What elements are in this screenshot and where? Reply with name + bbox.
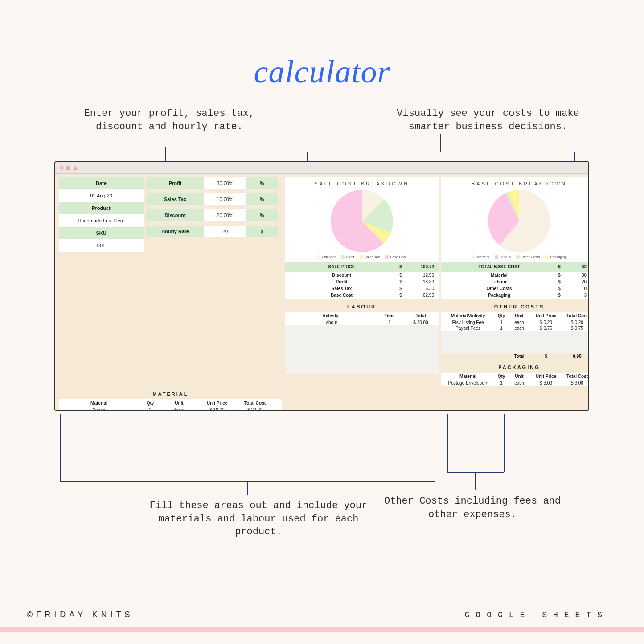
window-triangle-icon bbox=[73, 166, 78, 170]
param-name: Hourly Rate bbox=[146, 226, 204, 237]
leader-line bbox=[504, 414, 505, 472]
other-costs-block: OTHER COSTS Material/ActivityQtyUnitUnit… bbox=[441, 301, 589, 359]
material-row[interactable]: Yarn ▾2skeins$ 10.00$ 20.00 bbox=[59, 407, 282, 411]
total-row: Labour$20.00 bbox=[441, 279, 589, 285]
base-legend: MaterialLabourOther CostsPackaging bbox=[441, 253, 589, 262]
param-value[interactable]: 30.00% bbox=[204, 177, 246, 189]
labour-row[interactable]: Labour1$ 20.00 bbox=[285, 320, 439, 325]
date-cell[interactable]: 01 Aug 23 bbox=[59, 189, 144, 202]
legend-item: Profit bbox=[341, 255, 354, 259]
legend-item: Labour bbox=[495, 255, 511, 259]
packaging-row[interactable]: Postage Envelope ▾1each$ 3.00$ 3.00 bbox=[441, 380, 589, 386]
params-column: Profit30.00%%Sales Tax10.00%%Discount20.… bbox=[146, 177, 282, 386]
sale-chart-title: SALE COST BREAKDOWN bbox=[285, 177, 439, 188]
total-row: Other Costs$0.95 bbox=[441, 285, 589, 292]
legend-item: Other Costs bbox=[516, 255, 540, 259]
footer-platform: GOOGLE SHEETS bbox=[465, 611, 608, 619]
legend-item: Material bbox=[472, 255, 489, 259]
sale-legend: DiscountProfitSales TaxBase Cost bbox=[285, 253, 439, 262]
sku-cell[interactable]: 001 bbox=[59, 239, 144, 252]
product-cell[interactable]: Handmade Item Here bbox=[59, 214, 144, 227]
param-unit: % bbox=[246, 177, 278, 189]
param-name: Discount bbox=[146, 209, 204, 221]
base-chart-title: BASE COST BREAKDOWN bbox=[441, 177, 589, 188]
spreadsheet-window: Date 01 Aug 23 Product Handmade Item Her… bbox=[54, 161, 589, 411]
total-row: Profit$18.89 bbox=[285, 279, 439, 285]
param-unit: % bbox=[246, 209, 278, 221]
sale-price-value: 100.72 bbox=[407, 264, 434, 269]
window-square-icon bbox=[66, 166, 70, 170]
sale-pie-chart bbox=[331, 190, 393, 252]
sale-price-label: SALE PRICE bbox=[289, 264, 394, 269]
leader-line bbox=[435, 414, 435, 481]
material-block: MATERIAL MaterialQtyUnitUnit PriceTotal … bbox=[59, 389, 282, 411]
page-title: calculator bbox=[0, 0, 644, 90]
base-column: BASE COST BREAKDOWN MaterialLabourOther … bbox=[441, 177, 589, 386]
leader-line bbox=[447, 414, 448, 472]
footer-brand: ©FRIDAY KNITS bbox=[27, 610, 134, 619]
annotation-other-costs: Other Costs including fees and other exp… bbox=[383, 495, 562, 521]
product-label: Product bbox=[59, 202, 144, 214]
annotation-charts: Visually see your costs to make smarter … bbox=[390, 107, 586, 133]
total-row: Sales Tax$6.30 bbox=[285, 285, 439, 292]
currency-label: $ bbox=[394, 264, 407, 269]
base-cost-value: 62.95 bbox=[566, 264, 589, 269]
other-costs-title: OTHER COSTS bbox=[441, 301, 589, 312]
legend-item: Base Cost bbox=[385, 255, 406, 259]
labour-block: LABOUR ActivityTimeTotal Labour1$ 20.00 bbox=[285, 301, 439, 374]
legend-item: Discount bbox=[317, 255, 336, 259]
param-value[interactable]: 20 bbox=[204, 226, 246, 237]
sku-label: SKU bbox=[59, 227, 144, 239]
currency-label: $ bbox=[553, 264, 566, 269]
annotation-materials: Fill these areas out and include your ma… bbox=[134, 499, 383, 539]
param-unit: $ bbox=[246, 226, 278, 237]
param-value[interactable]: 10.00% bbox=[204, 193, 246, 205]
sale-totals: SALE PRICE$100.72 Discount$12.59Profit$1… bbox=[285, 262, 439, 299]
base-cost-label: TOTAL BASE COST bbox=[446, 264, 553, 269]
leader-line bbox=[247, 481, 248, 495]
sale-column: SALE COST BREAKDOWN DiscountProfitSales … bbox=[285, 177, 439, 386]
window-dot-icon bbox=[60, 166, 64, 170]
packaging-block: PACKAGING MaterialQtyUnitUnit PriceTotal… bbox=[441, 362, 589, 386]
spreadsheet-body: Date 01 Aug 23 Product Handmade Item Her… bbox=[55, 174, 588, 410]
legend-item: Sales Tax bbox=[360, 255, 380, 259]
material-title: MATERIAL bbox=[59, 389, 282, 399]
leader-line bbox=[440, 134, 441, 152]
param-row: Discount20.00%% bbox=[146, 209, 282, 221]
base-chart-card: BASE COST BREAKDOWN MaterialLabourOther … bbox=[441, 177, 589, 299]
leader-line bbox=[60, 414, 61, 481]
param-row: Sales Tax10.00%% bbox=[146, 193, 282, 205]
sale-chart-card: SALE COST BREAKDOWN DiscountProfitSales … bbox=[285, 177, 439, 299]
legend-item: Packaging bbox=[545, 255, 566, 259]
other-cost-row[interactable]: Etsy Listing Fee1each$ 0.20$ 0.20 bbox=[441, 320, 589, 325]
packaging-header: MaterialQtyUnitUnit PriceTotal Cost bbox=[441, 373, 589, 380]
window-titlebar bbox=[55, 162, 588, 174]
base-totals: TOTAL BASE COST$62.95 Material$38.33Labo… bbox=[441, 262, 589, 299]
info-column: Date 01 Aug 23 Product Handmade Item Her… bbox=[59, 177, 144, 386]
other-cost-row[interactable]: Paypal Fees1each$ 0.75$ 0.75 bbox=[441, 325, 589, 331]
total-row: Material$38.33 bbox=[441, 272, 589, 279]
param-value[interactable]: 20.00% bbox=[204, 209, 246, 221]
param-row: Hourly Rate20$ bbox=[146, 226, 282, 237]
param-name: Profit bbox=[146, 177, 204, 189]
total-row: Base Cost$62.95 bbox=[285, 292, 439, 299]
other-costs-total: Total$0.95 bbox=[441, 353, 589, 359]
leader-line bbox=[475, 472, 476, 490]
date-label: Date bbox=[59, 177, 144, 189]
annotation-params: Enter your profit, sales tax, discount a… bbox=[76, 107, 263, 133]
leader-line bbox=[307, 152, 574, 152]
labour-header: ActivityTimeTotal bbox=[285, 312, 439, 320]
other-costs-header: Material/ActivityQtyUnitUnit PriceTotal … bbox=[441, 312, 589, 320]
packaging-title: PACKAGING bbox=[441, 362, 589, 373]
total-row: Packaging$3.67 bbox=[441, 292, 589, 299]
total-row: Discount$12.59 bbox=[285, 272, 439, 279]
param-row: Profit30.00%% bbox=[146, 177, 282, 189]
base-pie-chart bbox=[488, 190, 550, 252]
footer-bar bbox=[0, 627, 644, 632]
labour-title: LABOUR bbox=[285, 301, 439, 312]
param-unit: % bbox=[246, 193, 278, 205]
material-header: MaterialQtyUnitUnit PriceTotal Cost bbox=[59, 399, 282, 407]
param-name: Sales Tax bbox=[146, 193, 204, 205]
